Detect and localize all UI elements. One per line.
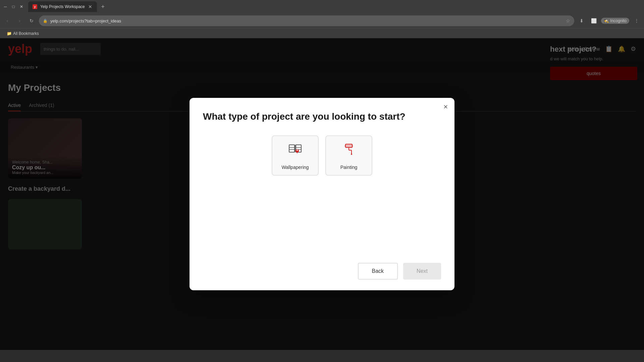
- modal-footer: Back Next: [203, 256, 441, 280]
- back-button[interactable]: Back: [358, 263, 398, 280]
- new-tab-button[interactable]: +: [98, 2, 108, 11]
- modal-close-button[interactable]: ×: [443, 103, 448, 111]
- incognito-badge[interactable]: 🕵 Incognito: [601, 18, 629, 24]
- modal-spacer: [203, 189, 441, 256]
- wallpapering-icon: [287, 141, 303, 161]
- browser-tab-active[interactable]: y Yelp Projects Workspace ✕: [28, 1, 97, 12]
- painting-label: Painting: [340, 165, 358, 170]
- svg-point-8: [297, 149, 298, 151]
- window-controls[interactable]: ─ □ ✕: [3, 4, 24, 9]
- profile-icon[interactable]: ⬜: [589, 16, 598, 25]
- wallpapering-label: Wallpapering: [281, 165, 309, 170]
- project-options: Wallpapering: [203, 135, 441, 176]
- download-icon[interactable]: ⬇: [577, 16, 586, 25]
- address-bar[interactable]: 🔒 yelp.com/projects?tab=project_ideas ☆: [39, 15, 574, 26]
- tab-favicon: y: [32, 4, 38, 9]
- yelp-favicon: y: [33, 4, 37, 9]
- url-text: yelp.com/projects?tab=project_ideas: [50, 18, 563, 23]
- reload-button[interactable]: ↻: [27, 16, 36, 25]
- option-painting[interactable]: Painting: [325, 135, 372, 176]
- minimize-button[interactable]: ─: [3, 4, 8, 9]
- bookmark-star-icon[interactable]: ☆: [566, 18, 570, 23]
- lock-icon: 🔒: [43, 19, 48, 23]
- bookmarks-bar: 📁 All Bookmarks: [0, 28, 644, 38]
- maximize-button[interactable]: □: [11, 4, 16, 9]
- title-bar: ─ □ ✕ y Yelp Projects Workspace ✕ +: [0, 0, 644, 13]
- back-button[interactable]: ‹: [3, 16, 12, 25]
- address-bar-row: ‹ › ↻ 🔒 yelp.com/projects?tab=project_id…: [0, 13, 644, 28]
- tab-close-button[interactable]: ✕: [88, 4, 93, 9]
- address-bar-icons: ☆: [566, 18, 570, 23]
- project-type-modal: × What type of project are you looking t…: [190, 98, 454, 290]
- incognito-icon: 🕵: [604, 18, 609, 23]
- browser-chrome: ─ □ ✕ y Yelp Projects Workspace ✕ + ‹ › …: [0, 0, 644, 38]
- painting-icon: [341, 141, 357, 161]
- all-bookmarks-label: All Bookmarks: [13, 31, 39, 36]
- modal-title: What type of project are you looking to …: [203, 111, 441, 122]
- next-button[interactable]: Next: [403, 263, 441, 280]
- close-window-button[interactable]: ✕: [19, 4, 24, 9]
- page-background: yelp things to do, nail... Write a Revie…: [0, 38, 644, 350]
- svg-rect-0: [289, 145, 294, 152]
- incognito-label: Incognito: [610, 18, 627, 23]
- all-bookmarks-item[interactable]: 📁 All Bookmarks: [4, 31, 42, 37]
- tab-title: Yelp Projects Workspace: [40, 4, 85, 9]
- menu-button[interactable]: ⋮: [632, 16, 641, 25]
- svg-rect-15: [345, 145, 353, 147]
- option-wallpapering[interactable]: Wallpapering: [272, 135, 319, 176]
- forward-button[interactable]: ›: [15, 16, 24, 25]
- svg-point-14: [351, 154, 352, 155]
- bookmarks-folder-icon: 📁: [7, 31, 12, 36]
